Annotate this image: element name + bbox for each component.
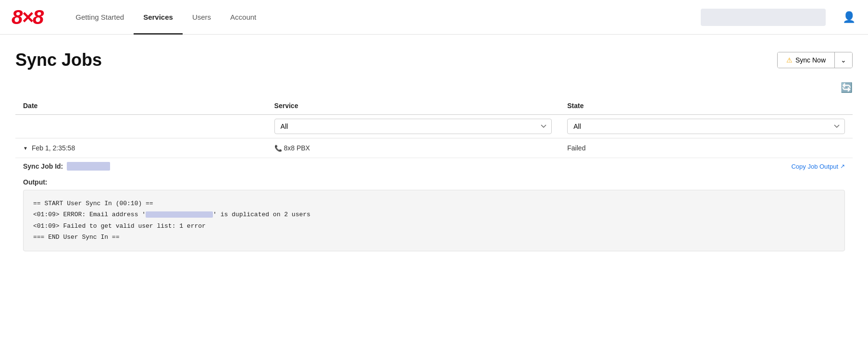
table-filter-row: All All (15, 115, 853, 138)
detail-row: Sync Job Id: Copy Job Output ↗ Output: =… (15, 158, 853, 259)
state-cell: Failed (559, 138, 853, 158)
service-filter-cell: All (267, 115, 560, 138)
service-filter-select[interactable]: All (274, 119, 552, 134)
output-line-2-suffix: ' is duplicated on 2 users (213, 211, 310, 218)
service-cell: 📞 8x8 PBX (267, 138, 560, 158)
tab-getting-started[interactable]: Getting Started (66, 0, 134, 35)
col-service: Service (267, 97, 560, 115)
header-search-bar[interactable] (701, 9, 826, 26)
copy-job-output-button[interactable]: Copy Job Output ↗ (791, 163, 845, 170)
sync-job-id-text: Sync Job Id: (23, 162, 63, 170)
date-cell: ▼ Feb 1, 2:35:58 (15, 138, 267, 158)
detail-cell: Sync Job Id: Copy Job Output ↗ Output: =… (15, 158, 853, 259)
tab-users[interactable]: Users (183, 0, 221, 35)
sync-now-dropdown-button[interactable]: ⌄ (835, 52, 852, 68)
state-filter-select[interactable]: All (567, 119, 845, 134)
page-title: Sync Jobs (15, 50, 102, 70)
sync-now-button[interactable]: ⚠ Sync Now (778, 52, 835, 68)
table-header-row: Date Service State (15, 97, 853, 115)
logo: 8×8 (12, 7, 43, 27)
copy-job-output-label: Copy Job Output (791, 163, 838, 170)
external-link-icon: ↗ (840, 163, 845, 170)
expand-arrow-icon[interactable]: ▼ (23, 146, 28, 151)
header: 8×8 Getting Started Services Users Accou… (0, 0, 868, 35)
output-line-2-prefix: <01:09> ERROR: Email address ' (33, 211, 146, 218)
output-line-3: <01:09> Failed to get valid user list: 1… (33, 221, 835, 232)
chevron-down-icon: ⌄ (841, 56, 846, 64)
tab-services[interactable]: Services (134, 0, 183, 35)
sync-now-group: ⚠ Sync Now ⌄ (777, 52, 853, 68)
warning-icon: ⚠ (786, 56, 793, 64)
main-content: Sync Jobs ⚠ Sync Now ⌄ 🔄 Date Service St… (0, 35, 868, 274)
table-row[interactable]: ▼ Feb 1, 2:35:58 📞 8x8 PBX Failed (15, 138, 853, 158)
sync-now-label: Sync Now (795, 56, 826, 64)
row-date: Feb 1, 2:35:58 (32, 144, 75, 152)
output-line-1: == START User Sync In (00:10) == (33, 198, 835, 209)
refresh-icon[interactable]: 🔄 (841, 82, 853, 93)
output-box: == START User Sync In (00:10) == <01:09>… (23, 190, 845, 251)
output-label: Output: (23, 178, 845, 186)
phone-icon: 📞 (274, 145, 282, 152)
state-filter-cell: All (559, 115, 853, 138)
sync-jobs-table: Date Service State All All (15, 97, 853, 259)
sync-job-id-value (67, 162, 110, 171)
tab-account[interactable]: Account (221, 0, 266, 35)
output-line-2: <01:09> ERROR: Email address '' is dupli… (33, 209, 835, 220)
sync-job-id-label: Sync Job Id: (23, 162, 110, 171)
nav-tabs: Getting Started Services Users Account (66, 0, 266, 34)
row-service: 8x8 PBX (284, 144, 310, 152)
page-header-row: Sync Jobs ⚠ Sync Now ⌄ (15, 50, 853, 70)
date-filter-cell (15, 115, 267, 138)
output-line-4: === END User Sync In == (33, 232, 835, 243)
redacted-email (146, 211, 213, 218)
col-date: Date (15, 97, 267, 115)
refresh-row: 🔄 (15, 82, 853, 93)
user-avatar-icon[interactable]: 👤 (841, 10, 856, 25)
sync-job-id-row: Sync Job Id: Copy Job Output ↗ (23, 158, 845, 172)
col-state: State (559, 97, 853, 115)
